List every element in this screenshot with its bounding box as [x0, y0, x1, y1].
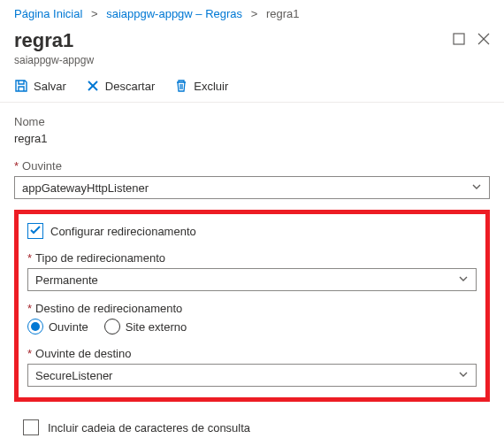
config-redirect-label: Configurar redirecionamento: [50, 225, 196, 238]
destino-site-label: Site externo: [126, 320, 187, 334]
delete-button[interactable]: Excluir: [174, 79, 228, 93]
chevron-right-icon: >: [91, 7, 98, 20]
incluir-query-label: Incluir cadeia de caracteres de consulta: [48, 421, 250, 434]
breadcrumb-current: regra1: [266, 7, 300, 20]
ouvinte-select[interactable]: appGatewayHttpListener: [14, 176, 490, 199]
radio-icon: [104, 319, 120, 334]
save-label: Salvar: [34, 80, 66, 93]
tipo-redirect-value: Permanente: [35, 273, 98, 287]
destino-radio-ouvinte[interactable]: Ouvinte: [27, 319, 88, 334]
chevron-right-icon: >: [251, 7, 258, 20]
close-icon[interactable]: [477, 33, 490, 48]
discard-icon: [86, 79, 100, 93]
nome-label: Nome: [14, 115, 490, 128]
page-subtitle: saiappgw-appgw: [14, 54, 94, 66]
destino-radio-group: Ouvinte Site externo: [27, 319, 477, 334]
destino-radio-site[interactable]: Site externo: [104, 319, 187, 334]
breadcrumb: Página Inicial > saiappgw-appgw – Regras…: [0, 0, 504, 26]
radio-icon: [27, 319, 43, 334]
tipo-redirect-select[interactable]: Permanente: [27, 268, 477, 291]
ouvinte-label: *Ouvinte: [14, 159, 490, 173]
chevron-down-icon: [458, 369, 469, 382]
save-button[interactable]: Salvar: [14, 79, 66, 93]
destino-redirect-label: *Destino de redirecionamento: [27, 302, 477, 315]
highlight-box: Configurar redirecionamento *Tipo de red…: [14, 210, 490, 402]
check-icon: [29, 224, 42, 239]
toolbar: Salvar Descartar Excluir: [0, 66, 504, 103]
destino-ouvinte-label: Ouvinte: [49, 320, 88, 334]
breadcrumb-rules[interactable]: saiappgw-appgw – Regras: [106, 7, 242, 20]
ouvinte-destino-select[interactable]: SecureListener: [27, 364, 477, 387]
discard-button[interactable]: Descartar: [86, 79, 155, 93]
save-icon: [14, 79, 28, 93]
nome-value: regra1: [14, 132, 490, 145]
chevron-down-icon: [458, 273, 469, 287]
config-redirect-checkbox[interactable]: [27, 223, 43, 239]
delete-icon: [174, 79, 188, 93]
ouvinte-destino-value: SecureListener: [35, 369, 112, 382]
tipo-redirect-label: *Tipo de redirecionamento: [27, 251, 477, 265]
page-title: regra1: [14, 29, 94, 52]
ouvinte-select-value: appGatewayHttpListener: [22, 181, 149, 195]
breadcrumb-home[interactable]: Página Inicial: [14, 7, 82, 20]
discard-label: Descartar: [105, 80, 155, 93]
delete-label: Excluir: [194, 80, 228, 93]
chevron-down-icon: [471, 181, 482, 195]
svg-rect-0: [454, 34, 464, 44]
maximize-icon[interactable]: [453, 33, 465, 48]
incluir-query-checkbox[interactable]: [23, 419, 39, 435]
ouvinte-destino-label: *Ouvinte de destino: [27, 347, 477, 360]
